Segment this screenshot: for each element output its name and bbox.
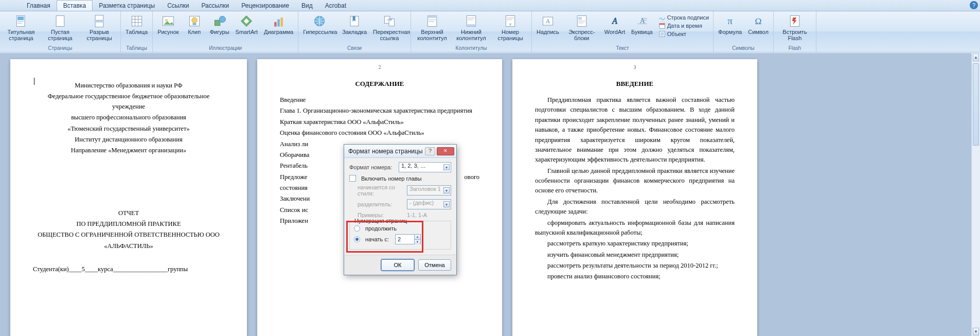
cover-page-icon xyxy=(14,14,28,28)
spinner-down-icon[interactable]: ▼ xyxy=(414,240,420,244)
svg-rect-16 xyxy=(277,20,279,27)
hyperlink-button[interactable]: Гиперссылка xyxy=(300,12,338,37)
symbol-button[interactable]: ΩСимвол xyxy=(745,12,771,37)
cross-reference-button[interactable]: Перекрестная ссылка xyxy=(370,12,408,43)
group-flash-label: Flash xyxy=(776,45,814,51)
chart-button[interactable]: Диаграмма xyxy=(261,12,296,37)
doc-paragraph: Преддипломная практика является важной с… xyxy=(535,95,735,165)
separator-select: - (дефис) ▾ xyxy=(407,199,451,209)
page-number-icon: # xyxy=(503,14,518,28)
picture-button[interactable]: Рисунок xyxy=(155,12,182,37)
dialog-close-button[interactable]: ✕ xyxy=(437,147,454,155)
frame-legend: Нумерация страниц xyxy=(353,218,408,224)
bookmark-button[interactable]: Закладка xyxy=(340,12,369,37)
tab-insert[interactable]: Вставка xyxy=(57,0,93,11)
format-label: Формат номера: xyxy=(349,164,396,170)
start-at-label: начать с: xyxy=(365,236,389,242)
help-icon[interactable]: ? xyxy=(970,1,978,9)
svg-rect-42 xyxy=(643,18,647,19)
svg-text:#: # xyxy=(509,23,511,26)
wordart-icon: A xyxy=(608,14,622,28)
clip-art-icon xyxy=(187,14,202,28)
group-links-label: Связи xyxy=(300,45,408,51)
dropcap-button[interactable]: AБуквица xyxy=(629,12,655,37)
page-3[interactable]: 3 ВВЕДЕНИЕ Преддипломная практика являет… xyxy=(512,59,757,336)
toc-item: Краткая характеристика ООО «АльфаСтиль» xyxy=(280,117,479,127)
table-icon xyxy=(130,14,144,28)
tab-references[interactable]: Ссылки xyxy=(161,1,195,11)
cover-page-button[interactable]: Титульная страница xyxy=(2,12,40,43)
smartart-icon xyxy=(239,14,254,28)
group-pages-label: Страницы xyxy=(2,45,118,51)
start-style-label: начинается со стиля: xyxy=(358,184,404,197)
tab-home[interactable]: Главная xyxy=(21,1,57,11)
signature-icon xyxy=(658,14,666,21)
page-break-button[interactable]: Разрыв страницы xyxy=(80,12,118,43)
object-icon xyxy=(658,30,666,38)
tab-view[interactable]: Вид xyxy=(295,1,319,11)
dialog-help-button[interactable]: ? xyxy=(425,147,435,155)
start-at-spinner[interactable]: 2 ▲▼ xyxy=(395,234,421,244)
page-number-label: 3 xyxy=(634,64,636,70)
svg-rect-6 xyxy=(95,22,103,27)
svg-rect-29 xyxy=(468,20,473,21)
textbox-button[interactable]: AНадпись xyxy=(534,12,562,37)
svg-text:A: A xyxy=(545,17,550,25)
blank-page-button[interactable]: Пустая страница xyxy=(41,12,79,43)
svg-rect-43 xyxy=(643,20,647,21)
tab-review[interactable]: Рецензирование xyxy=(235,1,295,11)
page-break-icon xyxy=(92,14,106,28)
page-1[interactable]: Министерство образования и науки РФ Феде… xyxy=(10,59,247,336)
document-area[interactable]: Министерство образования и науки РФ Феде… xyxy=(0,53,980,336)
wordart-button[interactable]: AWordArt xyxy=(602,12,628,37)
date-time-button[interactable]: Дата и время xyxy=(658,22,709,30)
blank-page-icon xyxy=(53,14,67,28)
header-button[interactable]: Верхний колонтитул xyxy=(413,12,451,43)
svg-rect-17 xyxy=(280,17,282,27)
chapter-style-select: Заголовок 1 ▾ xyxy=(407,185,451,196)
svg-rect-2 xyxy=(17,21,24,22)
table-button[interactable]: Таблица xyxy=(123,12,150,37)
embed-flash-button[interactable]: Встроить Flash xyxy=(776,12,814,43)
page-numbering-frame: Нумерация страниц продолжить начать с: 2… xyxy=(349,221,451,250)
tab-page-layout[interactable]: Разметка страницы xyxy=(93,1,161,11)
chevron-down-icon: ▾ xyxy=(443,201,450,207)
ok-button[interactable]: ОК xyxy=(381,259,414,271)
start-at-radio[interactable] xyxy=(354,236,360,242)
group-illustrations-label: Иллюстрации xyxy=(155,45,296,51)
svg-rect-27 xyxy=(467,24,476,26)
vertical-scrollbar[interactable]: ▲ ▼ xyxy=(971,53,980,336)
doc-line: ОБЩЕСТВО С ОГРАНИЧЕННОЙ ОТВЕТСТВЕННОСТЬЮ… xyxy=(33,230,224,240)
footer-button[interactable]: Нижний колонтитул xyxy=(452,12,490,43)
page-title: ВВЕДЕНИЕ xyxy=(535,80,735,88)
dialog-titlebar[interactable]: Формат номера страницы ? ✕ xyxy=(344,145,456,158)
scrollbar-thumb[interactable] xyxy=(973,63,979,146)
shapes-button[interactable]: Фигуры xyxy=(207,12,232,37)
doc-line: Направление «Менеджмент организации» xyxy=(33,146,224,155)
quick-parts-button[interactable]: Экспресс-блоки xyxy=(563,12,601,43)
tab-acrobat[interactable]: Acrobat xyxy=(319,1,352,11)
svg-rect-4 xyxy=(56,16,64,27)
smartart-button[interactable]: SmartArt xyxy=(233,12,260,37)
doc-bullet: изучить финансовый менеджмент предприяти… xyxy=(535,250,735,260)
footer-icon xyxy=(464,14,478,28)
page-number-label: 2 xyxy=(379,64,381,70)
continue-radio[interactable] xyxy=(354,225,360,232)
cancel-button[interactable]: Отмена xyxy=(418,259,451,271)
object-button[interactable]: Объект xyxy=(658,30,709,38)
scroll-up-icon[interactable]: ▲ xyxy=(973,54,979,61)
chevron-down-icon: ▾ xyxy=(443,187,450,193)
tab-mailings[interactable]: Рассылки xyxy=(195,1,235,11)
scroll-down-icon[interactable]: ▼ xyxy=(973,328,979,335)
doc-line: высшего профессионального образования xyxy=(33,113,224,122)
page-number-button[interactable]: #Номер страницы xyxy=(491,12,529,43)
clip-art-button[interactable]: Клип xyxy=(183,12,206,37)
page-title: СОДЕРЖАНИЕ xyxy=(280,80,479,88)
svg-rect-33 xyxy=(507,20,512,21)
number-format-select[interactable]: 1, 2, 3, … ▾ xyxy=(399,162,451,172)
spinner-up-icon[interactable]: ▲ xyxy=(414,235,420,240)
svg-text:π: π xyxy=(727,15,733,26)
include-chapter-checkbox[interactable] xyxy=(349,175,356,182)
signature-line-button[interactable]: Строка подписи xyxy=(658,13,709,22)
equation-button[interactable]: πФормула xyxy=(716,12,744,37)
